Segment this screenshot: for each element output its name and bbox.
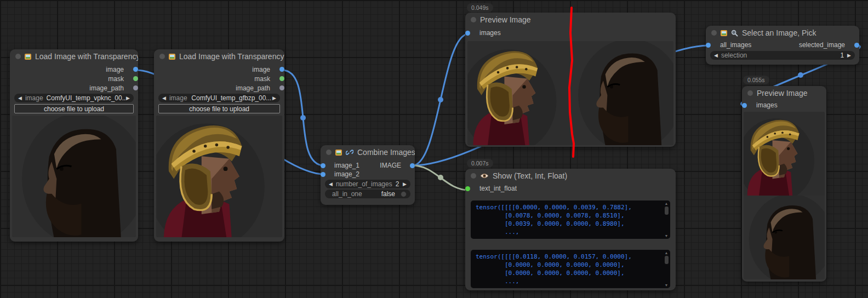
- input-slot-image1[interactable]: [321, 163, 326, 168]
- output-slot-mask[interactable]: [279, 76, 284, 81]
- output-label-image-path: image_path: [236, 84, 270, 92]
- number-of-images-widget[interactable]: ◀ number_of_images 2 ▶: [325, 180, 410, 188]
- combo-left-arrow-icon[interactable]: ◀: [329, 180, 333, 188]
- input-label-image1: image_1: [334, 162, 359, 169]
- loaded-image-thumbnail: [12, 116, 136, 237]
- toggle-knob[interactable]: [401, 191, 407, 197]
- output-label-mask: mask: [254, 75, 270, 83]
- node-show-text-int-float[interactable]: Show (Text, Int, Float) text_int_float t…: [465, 169, 676, 290]
- image-node-icon: [335, 150, 342, 156]
- node-combine-images[interactable]: Combine Images image_1 IMAGE image_2 ◀ n…: [321, 145, 415, 205]
- node-load-image-with-transparency-2[interactable]: Load Image with Transparency image mask …: [154, 49, 284, 242]
- scroll-down-icon[interactable]: ▼: [665, 283, 669, 288]
- combo-left-arrow-icon[interactable]: ◀: [714, 51, 718, 59]
- node-title-bar[interactable]: Preview Image: [742, 86, 826, 100]
- node-preview-image-top[interactable]: Preview Image images: [465, 13, 676, 147]
- exec-time-badge-preview-top: 0.049s: [467, 3, 493, 12]
- all-in-one-toggle-widget[interactable]: all_in_one false: [325, 190, 410, 198]
- input-slot-all-images[interactable]: [706, 43, 711, 48]
- node-title: Load Image with Transparency: [35, 52, 138, 61]
- widget-label: image: [25, 94, 43, 102]
- input-slot-image2[interactable]: [321, 172, 326, 177]
- exec-time-badge-show: 0.007s: [467, 159, 493, 168]
- node-title-bar[interactable]: Preview Image: [465, 13, 676, 27]
- widget-value: ComfyUI_temp_gfbzp_00...: [191, 94, 272, 102]
- image-node-icon: [721, 30, 727, 36]
- magnifier-icon: [731, 30, 738, 37]
- scrollbar-thumb[interactable]: [665, 207, 669, 215]
- node-title-bar[interactable]: Show (Text, Int, Float): [465, 169, 676, 183]
- widget-label: number_of_images: [336, 180, 392, 188]
- node-title: Show (Text, Int, Float): [493, 171, 567, 180]
- output-label-mask: mask: [108, 75, 124, 83]
- node-title: Select an Image, Pick: [742, 28, 816, 37]
- output-label-image: IMAGE: [380, 162, 401, 169]
- choose-file-button[interactable]: choose file to upload: [14, 104, 134, 113]
- choose-file-button[interactable]: choose file to upload: [158, 104, 280, 113]
- widget-value: false: [381, 190, 395, 198]
- tensor-output-textarea-1[interactable]: tensor([[[[0.0000, 0.0000, 0.0039, 0.788…: [471, 200, 670, 239]
- node-title-bar[interactable]: Load Image with Transparency: [154, 49, 284, 64]
- output-slot-image-path[interactable]: [133, 85, 138, 90]
- scrollbar[interactable]: ▲ ▼: [663, 250, 670, 288]
- combo-right-arrow-icon[interactable]: ▶: [272, 94, 276, 102]
- combo-left-arrow-icon[interactable]: ◀: [18, 94, 22, 102]
- output-slot-mask[interactable]: [133, 76, 138, 81]
- node-preview-image-right[interactable]: Preview Image images: [742, 86, 826, 282]
- image-node-icon: [25, 54, 31, 60]
- tensor-text-2: tensor([[[[0.0118, 0.0000, 0.0157, 0.000…: [476, 253, 661, 285]
- input-slot-images[interactable]: [465, 31, 470, 36]
- combo-right-arrow-icon[interactable]: ▶: [126, 94, 130, 102]
- link-midpoint-dot: [300, 115, 306, 121]
- node-title-bar[interactable]: Load Image with Transparency: [10, 49, 138, 64]
- node-select-an-image-pick[interactable]: Select an Image, Pick all_images selecte…: [706, 26, 859, 65]
- link-midpoint-dot: [438, 175, 443, 180]
- image-combo-widget[interactable]: ◀ image ComfyUI_temp_vpknc_00... ▶: [14, 94, 134, 102]
- output-label-image: image: [252, 66, 270, 73]
- output-slot-image[interactable]: [279, 67, 284, 72]
- widget-label: all_in_one: [332, 190, 362, 198]
- collapse-dot[interactable]: [471, 173, 476, 179]
- combo-right-arrow-icon[interactable]: ▶: [403, 180, 407, 188]
- scrollbar[interactable]: ▲ ▼: [663, 201, 670, 238]
- node-title: Combine Images: [357, 148, 415, 157]
- node-title-bar[interactable]: Combine Images: [321, 145, 415, 159]
- collapse-dot[interactable]: [15, 54, 21, 59]
- input-label-image2: image_2: [334, 170, 359, 178]
- collapse-dot[interactable]: [471, 17, 476, 22]
- tensor-text-1: tensor([[[[0.0000, 0.0000, 0.0039, 0.788…: [476, 203, 661, 236]
- input-slot-text-int-float[interactable]: [465, 186, 470, 191]
- output-slot-selected-image[interactable]: [854, 43, 859, 48]
- input-label-all-images: all_images: [720, 41, 751, 49]
- preview-image-stack[interactable]: [744, 112, 825, 279]
- output-slot-image[interactable]: [133, 67, 138, 72]
- output-label-selected-image: selected_image: [799, 41, 845, 49]
- image-combo-widget[interactable]: ◀ image ComfyUI_temp_gfbzp_00... ▶: [158, 94, 280, 102]
- collapse-dot[interactable]: [711, 30, 717, 36]
- collapse-dot[interactable]: [326, 150, 332, 155]
- output-label-image: image: [106, 66, 124, 73]
- tensor-output-textarea-2[interactable]: tensor([[[[0.0118, 0.0000, 0.0157, 0.000…: [471, 250, 670, 288]
- combo-right-arrow-icon[interactable]: ▶: [847, 51, 851, 59]
- output-slot-image[interactable]: [410, 163, 415, 168]
- wire-load2-image-to-combine-image1: [282, 70, 324, 165]
- node-load-image-with-transparency-1[interactable]: Load Image with Transparency image mask …: [10, 49, 138, 242]
- node-title: Preview Image: [757, 89, 808, 98]
- scroll-up-icon[interactable]: ▲: [665, 250, 669, 255]
- scroll-down-icon[interactable]: ▼: [665, 233, 669, 238]
- node-title: Preview Image: [480, 15, 531, 24]
- preview-image-combined[interactable]: [467, 41, 673, 145]
- output-slot-image-path[interactable]: [279, 85, 284, 90]
- input-label-images: images: [756, 101, 778, 109]
- input-slot-images[interactable]: [742, 103, 747, 108]
- scrollbar-thumb[interactable]: [665, 256, 669, 264]
- combo-left-arrow-icon[interactable]: ◀: [162, 94, 166, 102]
- node-title-bar[interactable]: Select an Image, Pick: [706, 26, 859, 40]
- chain-link-icon: [346, 148, 353, 156]
- scroll-up-icon[interactable]: ▲: [665, 201, 669, 206]
- node-graph-canvas[interactable]: 0.049s 0.007s 0.055s Load Image with Tra…: [0, 0, 868, 298]
- collapse-dot[interactable]: [159, 54, 165, 59]
- selection-widget[interactable]: ◀ selection 1 ▶: [710, 51, 855, 60]
- collapse-dot[interactable]: [747, 90, 753, 96]
- widget-value: 2: [396, 180, 399, 188]
